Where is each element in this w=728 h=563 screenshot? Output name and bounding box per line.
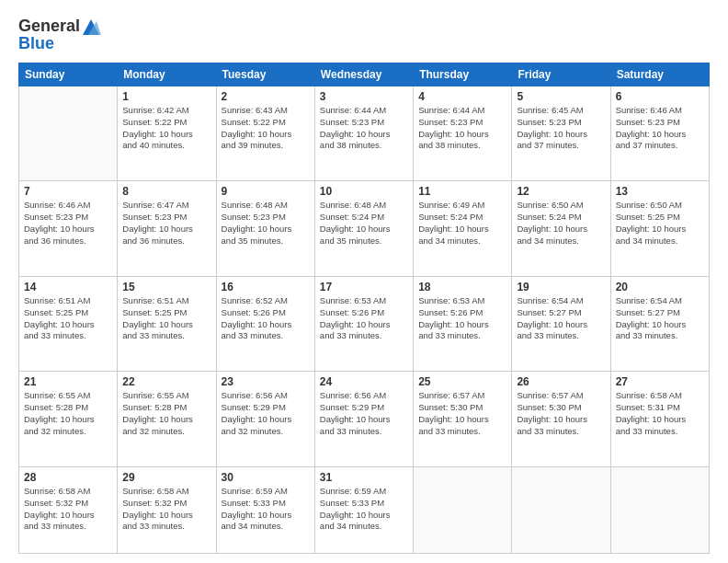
week-row-0: 1Sunrise: 6:42 AM Sunset: 5:22 PM Daylig… — [19, 86, 710, 181]
day-info: Sunrise: 6:50 AM Sunset: 5:25 PM Dayligh… — [616, 200, 704, 247]
calendar-table: SundayMondayTuesdayWednesdayThursdayFrid… — [18, 63, 710, 554]
day-info: Sunrise: 6:54 AM Sunset: 5:27 PM Dayligh… — [517, 295, 605, 342]
calendar-cell: 28Sunrise: 6:58 AM Sunset: 5:32 PM Dayli… — [19, 466, 118, 553]
calendar-cell: 10Sunrise: 6:48 AM Sunset: 5:24 PM Dayli… — [314, 181, 413, 276]
calendar-cell: 2Sunrise: 6:43 AM Sunset: 5:22 PM Daylig… — [216, 86, 314, 181]
day-number: 29 — [122, 471, 210, 484]
calendar-cell: 4Sunrise: 6:44 AM Sunset: 5:23 PM Daylig… — [414, 86, 512, 181]
day-number: 23 — [222, 375, 310, 388]
calendar-cell: 11Sunrise: 6:49 AM Sunset: 5:24 PM Dayli… — [414, 181, 512, 276]
day-number: 5 — [517, 90, 605, 103]
day-info: Sunrise: 6:54 AM Sunset: 5:27 PM Dayligh… — [616, 295, 704, 342]
calendar-cell: 26Sunrise: 6:57 AM Sunset: 5:30 PM Dayli… — [512, 372, 610, 466]
calendar-cell — [414, 466, 512, 553]
weekday-header-row: SundayMondayTuesdayWednesdayThursdayFrid… — [19, 63, 710, 86]
day-number: 20 — [616, 281, 704, 293]
header: General Blue — [18, 17, 710, 53]
calendar-cell: 31Sunrise: 6:59 AM Sunset: 5:33 PM Dayli… — [314, 466, 413, 553]
weekday-header-monday: Monday — [118, 63, 216, 86]
day-info: Sunrise: 6:57 AM Sunset: 5:30 PM Dayligh… — [517, 390, 605, 437]
day-info: Sunrise: 6:46 AM Sunset: 5:23 PM Dayligh… — [616, 105, 704, 152]
week-row-1: 7Sunrise: 6:46 AM Sunset: 5:23 PM Daylig… — [19, 181, 710, 276]
day-number: 6 — [616, 90, 704, 103]
calendar-cell: 12Sunrise: 6:50 AM Sunset: 5:24 PM Dayli… — [512, 181, 610, 276]
weekday-header-sunday: Sunday — [19, 63, 118, 86]
calendar-cell: 8Sunrise: 6:47 AM Sunset: 5:23 PM Daylig… — [118, 181, 216, 276]
calendar-cell: 24Sunrise: 6:56 AM Sunset: 5:29 PM Dayli… — [314, 372, 413, 466]
calendar-cell: 7Sunrise: 6:46 AM Sunset: 5:23 PM Daylig… — [19, 181, 118, 276]
day-number: 8 — [122, 185, 210, 198]
day-number: 15 — [122, 281, 210, 293]
day-info: Sunrise: 6:43 AM Sunset: 5:22 PM Dayligh… — [222, 105, 310, 152]
calendar-cell: 13Sunrise: 6:50 AM Sunset: 5:25 PM Dayli… — [610, 181, 709, 276]
calendar-cell: 16Sunrise: 6:52 AM Sunset: 5:26 PM Dayli… — [216, 276, 314, 371]
weekday-header-tuesday: Tuesday — [216, 63, 314, 86]
day-number: 27 — [616, 375, 704, 388]
day-info: Sunrise: 6:59 AM Sunset: 5:33 PM Dayligh… — [320, 486, 408, 533]
day-number: 10 — [320, 185, 408, 198]
logo-general-text: General — [18, 17, 80, 36]
calendar-cell: 14Sunrise: 6:51 AM Sunset: 5:25 PM Dayli… — [19, 276, 118, 371]
day-info: Sunrise: 6:45 AM Sunset: 5:23 PM Dayligh… — [517, 105, 605, 152]
day-number: 3 — [320, 90, 408, 103]
calendar-cell: 17Sunrise: 6:53 AM Sunset: 5:26 PM Dayli… — [314, 276, 413, 371]
logo: General Blue — [18, 17, 102, 53]
calendar-cell: 1Sunrise: 6:42 AM Sunset: 5:22 PM Daylig… — [118, 86, 216, 181]
weekday-header-wednesday: Wednesday — [314, 63, 413, 86]
day-number: 17 — [320, 281, 408, 293]
day-info: Sunrise: 6:50 AM Sunset: 5:24 PM Dayligh… — [517, 200, 605, 247]
day-number: 22 — [122, 375, 210, 388]
day-number: 26 — [517, 375, 605, 388]
day-info: Sunrise: 6:53 AM Sunset: 5:26 PM Dayligh… — [418, 295, 506, 342]
day-info: Sunrise: 6:55 AM Sunset: 5:28 PM Dayligh… — [122, 390, 210, 437]
calendar-cell: 25Sunrise: 6:57 AM Sunset: 5:30 PM Dayli… — [414, 372, 512, 466]
day-number: 30 — [222, 471, 310, 484]
day-number: 12 — [517, 185, 605, 198]
calendar-cell: 22Sunrise: 6:55 AM Sunset: 5:28 PM Dayli… — [118, 372, 216, 466]
weekday-header-saturday: Saturday — [610, 63, 709, 86]
day-info: Sunrise: 6:48 AM Sunset: 5:24 PM Dayligh… — [320, 200, 408, 247]
calendar-cell — [19, 86, 118, 181]
day-info: Sunrise: 6:59 AM Sunset: 5:33 PM Dayligh… — [222, 486, 310, 533]
calendar-cell: 9Sunrise: 6:48 AM Sunset: 5:23 PM Daylig… — [216, 181, 314, 276]
day-number: 19 — [517, 281, 605, 293]
day-info: Sunrise: 6:56 AM Sunset: 5:29 PM Dayligh… — [222, 390, 310, 437]
day-number: 16 — [222, 281, 310, 293]
day-number: 7 — [24, 185, 112, 198]
day-number: 2 — [222, 90, 310, 103]
calendar-cell: 15Sunrise: 6:51 AM Sunset: 5:25 PM Dayli… — [118, 276, 216, 371]
day-info: Sunrise: 6:44 AM Sunset: 5:23 PM Dayligh… — [320, 105, 408, 152]
day-info: Sunrise: 6:58 AM Sunset: 5:32 PM Dayligh… — [24, 486, 112, 533]
calendar-cell: 20Sunrise: 6:54 AM Sunset: 5:27 PM Dayli… — [610, 276, 709, 371]
calendar-cell: 27Sunrise: 6:58 AM Sunset: 5:31 PM Dayli… — [610, 372, 709, 466]
day-info: Sunrise: 6:42 AM Sunset: 5:22 PM Dayligh… — [122, 105, 210, 152]
calendar-cell: 29Sunrise: 6:58 AM Sunset: 5:32 PM Dayli… — [118, 466, 216, 553]
day-info: Sunrise: 6:58 AM Sunset: 5:31 PM Dayligh… — [616, 390, 704, 437]
day-info: Sunrise: 6:48 AM Sunset: 5:23 PM Dayligh… — [222, 200, 310, 247]
week-row-3: 21Sunrise: 6:55 AM Sunset: 5:28 PM Dayli… — [19, 372, 710, 466]
weekday-header-friday: Friday — [512, 63, 610, 86]
calendar-cell: 21Sunrise: 6:55 AM Sunset: 5:28 PM Dayli… — [19, 372, 118, 466]
day-number: 4 — [418, 90, 506, 103]
day-number: 31 — [320, 471, 408, 484]
day-number: 25 — [418, 375, 506, 388]
day-info: Sunrise: 6:49 AM Sunset: 5:24 PM Dayligh… — [418, 200, 506, 247]
day-info: Sunrise: 6:58 AM Sunset: 5:32 PM Dayligh… — [122, 486, 210, 533]
day-number: 13 — [616, 185, 704, 198]
day-info: Sunrise: 6:51 AM Sunset: 5:25 PM Dayligh… — [24, 295, 112, 342]
weekday-header-thursday: Thursday — [414, 63, 512, 86]
page: General Blue SundayMondayTuesdayWednesda… — [0, 0, 728, 563]
day-info: Sunrise: 6:44 AM Sunset: 5:23 PM Dayligh… — [418, 105, 506, 152]
logo-icon — [81, 18, 101, 35]
day-number: 18 — [418, 281, 506, 293]
day-info: Sunrise: 6:52 AM Sunset: 5:26 PM Dayligh… — [222, 295, 310, 342]
day-number: 24 — [320, 375, 408, 388]
day-number: 9 — [222, 185, 310, 198]
calendar-cell — [512, 466, 610, 553]
calendar-cell — [610, 466, 709, 553]
calendar-cell: 18Sunrise: 6:53 AM Sunset: 5:26 PM Dayli… — [414, 276, 512, 371]
day-info: Sunrise: 6:57 AM Sunset: 5:30 PM Dayligh… — [418, 390, 506, 437]
calendar-cell: 6Sunrise: 6:46 AM Sunset: 5:23 PM Daylig… — [610, 86, 709, 181]
day-number: 28 — [24, 471, 112, 484]
calendar-cell: 23Sunrise: 6:56 AM Sunset: 5:29 PM Dayli… — [216, 372, 314, 466]
